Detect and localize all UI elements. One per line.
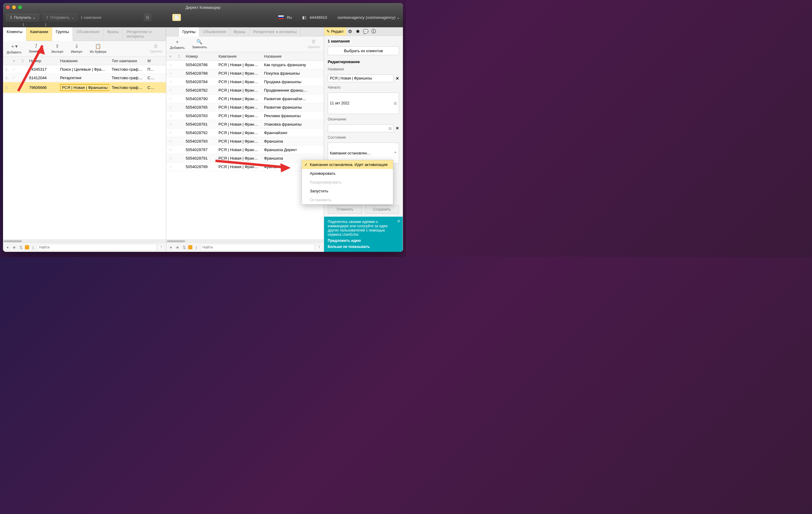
col-number[interactable]: Номер <box>27 57 58 65</box>
promo-text: Поделитесь своими идеями о коммандере ил… <box>328 220 399 237</box>
export-button[interactable]: ⇪Экспорт <box>51 44 63 54</box>
tab-phrases[interactable]: Фразы <box>230 27 250 36</box>
table-row[interactable]: 2☆61412044РетаргетингТекстово-граф…Сс <box>3 74 166 82</box>
table-row[interactable]: ☆5054028792РСЯ | Новая | Франш…Франчайзи… <box>166 128 324 137</box>
campaigns-badge: 1 <box>45 23 47 26</box>
replace-button[interactable]: ⤴Заменить <box>29 44 44 54</box>
col-m[interactable]: М <box>145 57 154 65</box>
notes-button[interactable]: 📄 <box>172 14 181 21</box>
table-row[interactable]: ☆5054028783РСЯ | Новая | Франш…Реклама ф… <box>166 112 324 120</box>
tab-groups[interactable]: Группы <box>52 27 73 41</box>
name-input[interactable]: РСЯ | Новая | Франшизы <box>328 74 394 82</box>
search-icon: 🔍 <box>196 39 202 45</box>
table-row[interactable]: 3☆79606666РСЯ | Новая | ФраншизыТекстово… <box>3 82 166 93</box>
table-row[interactable]: ☆5054028781РСЯ | Новая | Франш…Упаковка … <box>166 120 324 128</box>
replace-button[interactable]: 🔍Заменить <box>192 39 207 50</box>
divider-icon: | <box>194 245 199 250</box>
cancel-button[interactable]: Отменить <box>328 205 362 213</box>
close-window-button[interactable] <box>6 5 10 9</box>
table-row[interactable]: ☆5054028789РСЯ | Новая | Франш…Франшиза <box>166 163 324 171</box>
frombuffer-button[interactable]: 📋Из буфера <box>90 44 107 54</box>
dropdown-option-stopped[interactable]: Кампания остановлена. Идет активизация <box>302 160 393 169</box>
import-button[interactable]: ⇩Импорт <box>71 44 82 54</box>
right-tabs: ✎ Редакт ⚙ ✱ 💬 ⓘ <box>324 27 403 36</box>
download-icon: ⇩ <box>9 15 13 20</box>
dismiss-link[interactable]: Больше не показывать <box>328 245 399 249</box>
sort-filter-icon[interactable]: ⇅ <box>181 245 187 250</box>
collapse-button[interactable]: ⟩⟨ <box>144 13 151 21</box>
table-row[interactable]: ☆5054028785РСЯ | Новая | Франш…Развитие … <box>166 103 324 112</box>
add-button[interactable]: ＋▾Добавить <box>7 44 22 54</box>
h-scrollbar[interactable] <box>3 239 166 242</box>
table-row[interactable]: 1☆74345317Поиск | Целевые | Фран…Текстов… <box>3 65 166 74</box>
filter-icon[interactable]: ▾ <box>5 245 10 250</box>
dropdown-option-unarchive: Разархивировать <box>302 178 393 187</box>
col-campaign[interactable]: Кампания <box>216 52 262 60</box>
col-name[interactable]: Название <box>262 52 310 60</box>
clipboard-icon: 📋 <box>95 44 101 49</box>
star-icon[interactable]: ★ <box>10 57 18 65</box>
help-button[interactable]: ? <box>316 245 322 250</box>
end-date-input[interactable]: ▦ <box>328 124 394 132</box>
tab-edit[interactable]: ✎ Редакт <box>324 27 346 35</box>
choose-clients-button[interactable]: Выбрать их клиентов <box>328 47 399 55</box>
info-icon[interactable]: ⓘ <box>370 29 378 34</box>
table-row[interactable]: ☆5054028791РСЯ | Новая | Франш…Франшиза <box>166 154 324 163</box>
col-number[interactable]: Номер <box>183 52 216 60</box>
sort-icon[interactable]: ⇅ <box>18 57 27 65</box>
help-button[interactable]: ? <box>158 245 164 250</box>
table-row[interactable]: ☆5054028787РСЯ | Новая | Франш…Франшиза … <box>166 146 324 154</box>
table-row[interactable]: ☆5054028788РСЯ | Новая | Франш…Покупка ф… <box>166 69 324 78</box>
maximize-window-button[interactable] <box>18 5 22 9</box>
star-filter-icon[interactable]: ★ <box>175 245 180 250</box>
campaigns-table: ★ ⇅ Номер Название Тип кампании М 1☆7434… <box>3 57 166 239</box>
search-input[interactable] <box>200 244 315 251</box>
table-row[interactable]: ☆5054028793РСЯ | Новая | Франш…Франшиза <box>166 137 324 146</box>
add-button[interactable]: ＋Добавить <box>170 39 185 50</box>
close-promo-button[interactable]: ✕ <box>397 219 400 223</box>
upload-icon: ⤴ <box>35 44 37 49</box>
col-type[interactable]: Тип кампании <box>109 57 145 65</box>
chat-icon[interactable]: 💬 <box>362 29 370 34</box>
tab-ads[interactable]: Объявления <box>199 27 230 36</box>
start-label: Начало <box>328 85 399 89</box>
tab-clients[interactable]: Клиенты <box>3 27 26 41</box>
left-tabs: Клиенты Кампании Группы Объявления Фразы… <box>3 27 166 41</box>
h-scrollbar[interactable] <box>166 239 324 242</box>
clear-name-button[interactable]: ✕ <box>396 76 399 81</box>
tab-campaigns[interactable]: Кампании <box>26 27 52 41</box>
sort-icon[interactable]: ⇅ <box>175 52 183 60</box>
get-button[interactable]: ⇩ Получить ⌄ <box>6 13 39 21</box>
settings-icon[interactable]: ⚙ <box>346 29 354 34</box>
table-row[interactable]: ☆5054028782РСЯ | Новая | Франш…Продвижен… <box>166 86 324 95</box>
tab-groups[interactable]: Группы <box>178 27 199 36</box>
language-label[interactable]: Ru <box>287 15 292 20</box>
table-row[interactable]: ☆5054028790РСЯ | Новая | Франш…Развитие … <box>166 95 324 103</box>
gear-icon[interactable]: ✱ <box>354 29 362 34</box>
edit-section-title: Редактирование <box>328 59 399 64</box>
send-button[interactable]: ⇧ Отправить ⌄ <box>42 13 77 21</box>
chip-icon[interactable] <box>188 245 193 250</box>
tab-retargeting[interactable]: Ретаргетинг и интересы <box>123 27 166 41</box>
dropdown-option-archive[interactable]: Архивировать <box>302 169 393 178</box>
search-input[interactable] <box>37 244 157 251</box>
col-name[interactable]: Название <box>58 57 109 65</box>
clear-end-button[interactable]: ✕ <box>396 126 399 131</box>
dropdown-option-run[interactable]: Запустить <box>302 187 393 195</box>
table-row[interactable]: ☆5054028784РСЯ | Новая | Франш…Продажа ф… <box>166 78 324 86</box>
table-row[interactable]: ☆5054028786РСЯ | Новая | Франш…Как прода… <box>166 61 324 69</box>
suggest-idea-link[interactable]: Предложить идею <box>328 238 399 243</box>
sort-filter-icon[interactable]: ⇅ <box>18 245 24 250</box>
tab-phrases[interactable]: Фразы <box>103 27 123 41</box>
trash-icon: 🗑 <box>311 39 316 44</box>
start-date-input[interactable]: 11 окт 2022 ▦ <box>328 92 399 114</box>
tab-ads[interactable]: Объявления <box>73 27 103 41</box>
star-icon[interactable]: ★ <box>166 52 175 60</box>
chip-icon[interactable] <box>25 245 29 250</box>
filter-icon[interactable]: ▾ <box>168 245 174 250</box>
star-filter-icon[interactable]: ★ <box>11 245 17 250</box>
save-button[interactable]: Сохранить <box>365 205 399 213</box>
minimize-window-button[interactable] <box>12 5 16 9</box>
user-menu[interactable]: osintsevagency (osintsevagency) ⌄ <box>338 15 400 20</box>
tab-retargeting[interactable]: Ретаргетинг и интересы <box>250 27 301 36</box>
